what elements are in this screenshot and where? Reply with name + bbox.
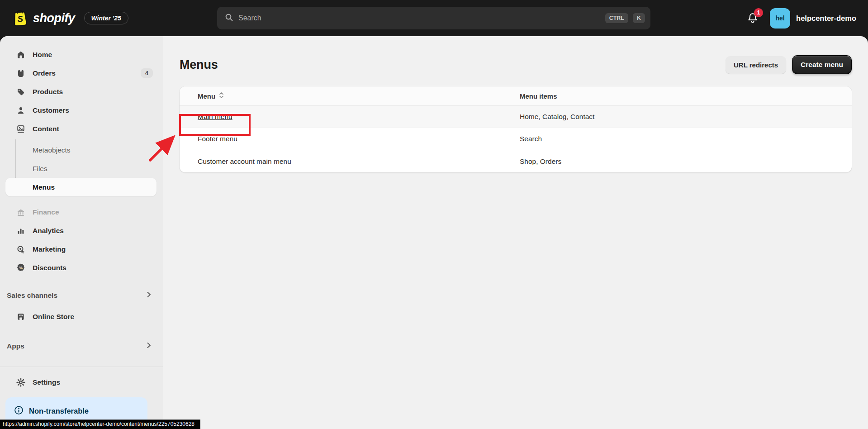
create-menu-button[interactable]: Create menu [792, 55, 852, 74]
banner-label: Non-transferable [29, 407, 89, 415]
sidebar-item-metaobjects[interactable]: Metaobjects [5, 141, 157, 159]
sidebar-item-label: Home [33, 51, 52, 59]
sidebar-item-menus[interactable]: Menus [5, 178, 157, 196]
link-preview-status-bar: https://admin.shopify.com/store/helpcent… [0, 419, 200, 429]
sidebar-item-analytics[interactable]: Analytics [5, 221, 157, 240]
sidebar-item-finance[interactable]: Finance [5, 203, 157, 221]
home-icon [16, 50, 25, 59]
discount-badge-icon: % [16, 263, 25, 272]
bank-icon [16, 207, 25, 217]
orders-icon [16, 68, 25, 78]
svg-text:%: % [19, 266, 22, 270]
menu-items-cell: Search [514, 135, 852, 143]
orders-count-badge: 4 [141, 68, 153, 78]
sidebar-item-settings[interactable]: Settings [5, 373, 157, 391]
menu-items-cell: Home, Catalog, Contact [514, 113, 852, 121]
url-redirects-button[interactable]: URL redirects [726, 56, 786, 74]
shortcut-k-key: K [633, 13, 645, 23]
sidebar-item-files[interactable]: Files [5, 159, 157, 178]
sidebar: Home Orders 4 Products Customers Content [0, 36, 163, 429]
shopify-wordmark: shopify [33, 11, 75, 25]
main-menu-link[interactable]: Main menu [198, 113, 232, 120]
sidebar-item-label: Files [33, 165, 47, 173]
page-title: Menus [180, 58, 218, 72]
apps-header[interactable]: Apps [5, 338, 157, 355]
menu-name-cell[interactable]: Footer menu [180, 135, 514, 143]
top-bar: S shopify Winter '25 CTRL K 1 hel helpce… [0, 0, 868, 36]
sidebar-item-label: Online Store [33, 313, 74, 321]
sidebar-item-label: Finance [33, 208, 59, 216]
sidebar-item-products[interactable]: Products [5, 82, 157, 101]
store-name: helpcenter-demo [796, 14, 856, 23]
storefront-icon [16, 312, 25, 321]
shopify-bag-icon: S [12, 8, 28, 29]
sidebar-item-label: Customers [33, 106, 69, 114]
sidebar-item-label: Menus [33, 183, 55, 191]
sidebar-item-label: Orders [33, 69, 56, 77]
gear-icon [16, 377, 25, 387]
sidebar-item-label: Metaobjects [33, 146, 71, 154]
menu-name-cell[interactable]: Customer account main menu [180, 157, 514, 166]
table-row-footer-menu[interactable]: Footer menu Search [180, 128, 852, 150]
table-row-customer-account-main-menu[interactable]: Customer account main menu Shop, Orders [180, 150, 852, 172]
bar-chart-icon [16, 226, 25, 235]
column-header-menu[interactable]: Menu [198, 92, 215, 100]
sidebar-item-label: Content [33, 125, 59, 133]
tag-icon [16, 87, 25, 96]
shopify-logo[interactable]: S shopify [12, 8, 75, 29]
sidebar-item-marketing[interactable]: Marketing [5, 240, 157, 258]
shortcut-ctrl-key: CTRL [605, 13, 628, 23]
sidebar-item-label: Settings [33, 378, 60, 386]
bell-icon [746, 18, 759, 26]
svg-text:S: S [17, 14, 24, 24]
search-icon [224, 13, 234, 24]
sidebar-item-customers[interactable]: Customers [5, 101, 157, 119]
sidebar-item-discounts[interactable]: % Discounts [5, 258, 157, 277]
sales-channels-header[interactable]: Sales channels [5, 287, 157, 304]
person-icon [16, 105, 25, 115]
sidebar-item-label: Marketing [33, 245, 66, 253]
menu-items-cell: Shop, Orders [514, 157, 852, 166]
notifications-button[interactable]: 1 [746, 12, 759, 24]
chevron-right-icon [145, 341, 153, 351]
sidebar-item-content[interactable]: Content [5, 119, 157, 138]
target-icon [16, 244, 25, 254]
account-menu[interactable]: hel helpcenter-demo [770, 8, 856, 29]
sort-icon[interactable] [218, 92, 224, 100]
global-search[interactable]: CTRL K [217, 7, 650, 29]
chevron-right-icon [145, 291, 153, 300]
sidebar-item-label: Analytics [33, 227, 64, 235]
column-header-menu-items: Menu items [514, 92, 852, 100]
version-badge[interactable]: Winter '25 [84, 12, 128, 24]
main-content: Menus URL redirects Create menu Menu Men… [163, 36, 868, 429]
sidebar-item-label: Products [33, 88, 63, 96]
table-header-row: Menu Menu items [180, 86, 852, 106]
sidebar-item-home[interactable]: Home [5, 45, 157, 64]
sidebar-item-orders[interactable]: Orders 4 [5, 64, 157, 82]
notification-count-badge: 1 [754, 8, 763, 17]
section-label: Apps [7, 342, 24, 350]
sidebar-item-label: Discounts [33, 264, 66, 272]
table-row-main-menu[interactable]: Main menu Home, Catalog, Contact [180, 106, 852, 128]
info-icon [14, 405, 24, 417]
menus-table: Menu Menu items Main menu Home, Catalog,… [180, 86, 852, 172]
image-icon [16, 124, 25, 133]
search-input[interactable] [238, 14, 601, 22]
sidebar-item-online-store[interactable]: Online Store [5, 307, 157, 326]
section-label: Sales channels [7, 291, 57, 300]
app-frame: Home Orders 4 Products Customers Content [0, 36, 868, 429]
avatar: hel [770, 8, 790, 29]
